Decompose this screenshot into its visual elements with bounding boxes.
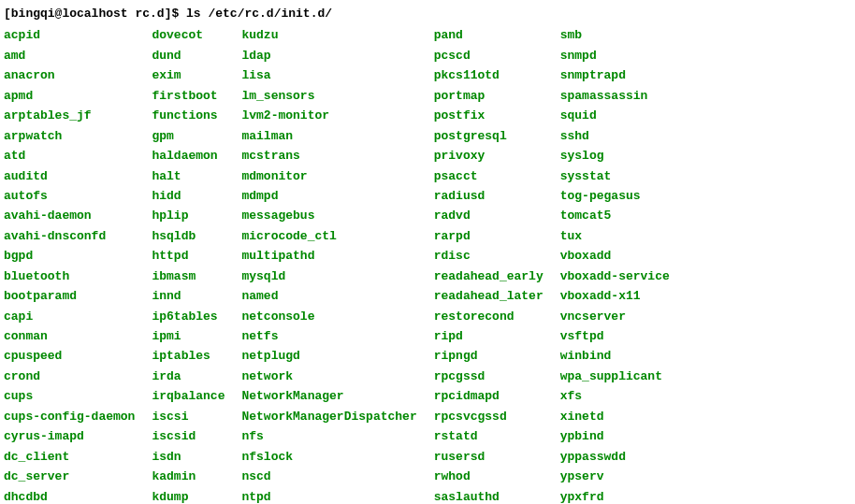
file-entry: saslauthd [434, 487, 543, 505]
file-entry: httpd [152, 246, 225, 266]
file-entry: exim [152, 65, 225, 85]
file-entry: dc_client [4, 447, 135, 467]
file-entry: lvm2-monitor [241, 106, 416, 125]
file-entry: readahead_early [434, 266, 543, 286]
file-entry: rpcidmapd [434, 386, 543, 406]
file-entry: iscsi [152, 407, 225, 426]
file-entry: acpid [4, 25, 135, 45]
file-entry: ntpd [241, 487, 416, 505]
file-entry: lm_sensors [241, 86, 416, 106]
file-entry: multipathd [241, 246, 416, 266]
file-entry: dovecot [152, 25, 225, 45]
file-entry: smb [560, 25, 670, 45]
file-entry: isdn [152, 447, 225, 467]
file-entry: vboxadd-service [560, 266, 670, 286]
file-entry: netplugd [241, 346, 416, 366]
file-entry: gpm [152, 126, 225, 146]
file-entry: psacct [434, 166, 543, 186]
file-entry: netconsole [241, 307, 416, 326]
listing-column-4: smbsnmpdsnmptrapdspamassassinsquidsshdsy… [560, 25, 670, 504]
file-entry: halt [152, 166, 225, 186]
file-entry: rpcgssd [434, 367, 543, 386]
file-entry: snmptrapd [560, 65, 670, 85]
file-entry: avahi-dnsconfd [4, 226, 135, 246]
file-entry: sysstat [560, 166, 670, 186]
file-entry: tomcat5 [560, 206, 670, 225]
file-entry: rwhod [434, 467, 543, 486]
file-entry: ypserv [560, 467, 670, 486]
file-entry: vboxadd [560, 246, 670, 266]
file-entry: portmap [434, 86, 543, 106]
file-entry: bluetooth [4, 266, 135, 286]
file-entry: pkcs11otd [434, 65, 543, 85]
file-entry: vboxadd-x11 [560, 286, 670, 306]
file-entry: lisa [241, 65, 416, 85]
file-entry: mdmonitor [241, 166, 416, 186]
file-entry: kdump [152, 487, 225, 505]
file-entry: arptables_jf [4, 106, 135, 125]
file-entry: dc_server [4, 467, 135, 486]
listing-column-3: pandpcscdpkcs11otdportmappostfixpostgres… [434, 25, 560, 504]
file-entry: vncserver [560, 307, 670, 326]
file-entry: cyrus-imapd [4, 426, 135, 446]
file-entry: dhcdbd [4, 487, 135, 505]
file-entry: rstatd [434, 426, 543, 446]
listing-column-1: dovecotdundeximfirstbootfunctionsgpmhald… [152, 25, 241, 504]
file-entry: sshd [560, 126, 670, 146]
shell-prompt: [bingqi@localhost rc.d]$ ls /etc/rc.d/in… [4, 4, 851, 23]
directory-listing: acpidamdanacronapmdarptables_jfarpwatcha… [4, 25, 851, 504]
file-entry: irda [152, 367, 225, 386]
file-entry: tux [560, 226, 670, 246]
file-entry: rpcsvcgssd [434, 407, 543, 426]
file-entry: NetworkManagerDispatcher [241, 407, 416, 426]
file-entry: mysqld [241, 266, 416, 286]
listing-column-0: acpidamdanacronapmdarptables_jfarpwatcha… [4, 25, 152, 504]
file-entry: irqbalance [152, 386, 225, 406]
file-entry: apmd [4, 86, 135, 106]
file-entry: postgresql [434, 126, 543, 146]
file-entry: dund [152, 46, 225, 65]
file-entry: bootparamd [4, 286, 135, 306]
file-entry: ypxfrd [560, 487, 670, 505]
file-entry: iptables [152, 346, 225, 366]
file-entry: nfslock [241, 447, 416, 467]
file-entry: snmpd [560, 46, 670, 65]
file-entry: syslog [560, 146, 670, 166]
file-entry: ip6tables [152, 307, 225, 326]
file-entry: hidd [152, 186, 225, 206]
file-entry: tog-pegasus [560, 186, 670, 206]
file-entry: avahi-daemon [4, 206, 135, 225]
file-entry: anacron [4, 65, 135, 85]
file-entry: mcstrans [241, 146, 416, 166]
file-entry: microcode_ctl [241, 226, 416, 246]
file-entry: nfs [241, 426, 416, 446]
file-entry: pcscd [434, 46, 543, 65]
file-entry: xfs [560, 386, 670, 406]
file-entry: ypbind [560, 426, 670, 446]
file-entry: named [241, 286, 416, 306]
file-entry: ripd [434, 326, 543, 346]
file-entry: functions [152, 106, 225, 125]
listing-column-2: kudzuldaplisalm_sensorslvm2-monitormailm… [241, 25, 433, 504]
file-entry: ipmi [152, 326, 225, 346]
file-entry: hplip [152, 206, 225, 225]
file-entry: xinetd [560, 407, 670, 426]
file-entry: mailman [241, 126, 416, 146]
file-entry: auditd [4, 166, 135, 186]
file-entry: network [241, 367, 416, 386]
file-entry: haldaemon [152, 146, 225, 166]
file-entry: restorecond [434, 307, 543, 326]
file-entry: postfix [434, 106, 543, 125]
file-entry: squid [560, 106, 670, 125]
file-entry: pand [434, 25, 543, 45]
file-entry: cups [4, 386, 135, 406]
file-entry: arpwatch [4, 126, 135, 146]
file-entry: atd [4, 146, 135, 166]
file-entry: ibmasm [152, 266, 225, 286]
file-entry: vsftpd [560, 326, 670, 346]
file-entry: radiusd [434, 186, 543, 206]
file-entry: bgpd [4, 246, 135, 266]
file-entry: winbind [560, 346, 670, 366]
file-entry: innd [152, 286, 225, 306]
file-entry: mdmpd [241, 186, 416, 206]
